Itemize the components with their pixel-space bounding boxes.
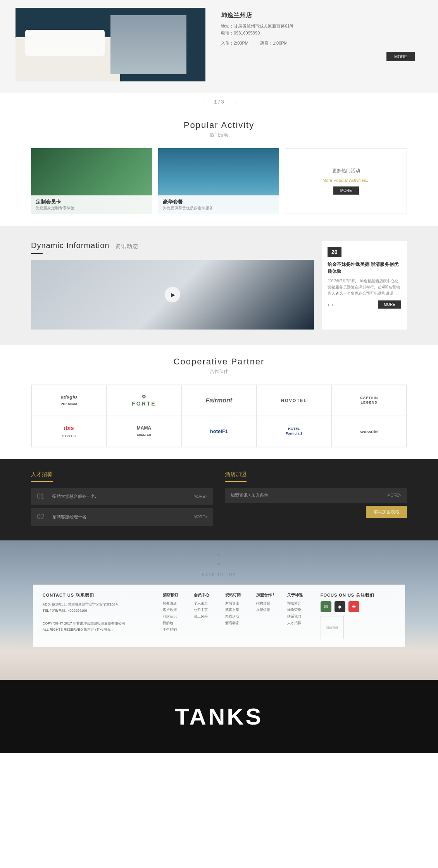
back-to-top[interactable]: ⌃⌃ BACK TO TOP <box>202 552 236 577</box>
footer-bg: ⌃⌃ BACK TO TOP CONTACT US 联系我们 ADD: 旅游地址… <box>0 540 438 680</box>
hotel-section: 坤逸兰州店 地址：甘肃省兰州市城关区新西路61号 电话：09316095999 … <box>0 0 438 93</box>
footer-link[interactable]: 坤逸荣誉 <box>287 607 312 613</box>
play-button[interactable] <box>165 287 180 302</box>
footer-nav: 酒店预订 所有酒店 客户数据 品牌意识 目的地 手中即刻 会员中心 个人主页 公… <box>163 592 313 639</box>
join-more[interactable]: MORE> <box>387 493 401 497</box>
footer-focus-title: FOCUS ON US 关注我们 <box>321 592 395 598</box>
footer-address: ADD: 旅游地址: 甘肃省兰州市安宁区安宁堂108号 TEL / 客服热线: … <box>43 601 155 633</box>
recruit-more-1[interactable]: MORE> <box>193 494 207 499</box>
activity-card-2: 豪华套餐 为您提供尊贵优质的定制服务 <box>158 148 279 214</box>
partner-title-cn: 合作伙伴 <box>31 368 407 375</box>
footer-nav-news: 资讯订阅 新闻资讯 博客文章 精彩活动 酒店动态 <box>225 592 250 639</box>
footer-nav-join: 加盟合作 / 招聘信息 加盟信息 <box>256 592 281 639</box>
news-title: 给金不妹扬坤逸美德 崇清服务创优质体验 <box>328 261 401 275</box>
recruit-col: 人才招募 01 招聘大堂总台服务一名. MORE> 02 招聘客服经理一名. M… <box>31 471 213 529</box>
news-more-button[interactable]: MORE <box>378 300 401 309</box>
pagination: ← 1 / 3 → <box>0 93 438 109</box>
hotel-more-button[interactable]: MORE <box>386 52 415 61</box>
dynamic-right: 20 给金不妹扬坤逸美德 崇清服务创优质体验 2017年7月7日讯，坤逸精品酒店… <box>322 241 407 330</box>
footer-contact: CONTACT US 联系我们 ADD: 旅游地址: 甘肃省兰州市安宁区安宁堂1… <box>43 592 155 639</box>
partner-forte: ✿ FORTE <box>107 385 182 416</box>
qr-code: 扫描登录 <box>321 616 344 639</box>
news-prev[interactable]: ‹ <box>328 301 329 308</box>
footer-link[interactable]: 新闻资讯 <box>225 600 250 607</box>
footer-link[interactable]: 坤逸简介 <box>287 600 312 607</box>
footer-link[interactable]: 员工风采 <box>194 613 219 620</box>
footer-link[interactable]: 加盟信息 <box>256 607 281 613</box>
activity-more-link[interactable]: More Popular Activities... <box>322 178 369 183</box>
partner-legend: CAPTAINLEGEND <box>331 385 407 416</box>
title-underline <box>31 253 43 254</box>
recruit-more-2[interactable]: MORE> <box>193 515 207 519</box>
join-btn-row: 填写加盟表格 <box>225 506 407 518</box>
footer-link[interactable]: 客户数据 <box>163 607 188 613</box>
recruit-section: 人才招募 01 招聘大堂总台服务一名. MORE> 02 招聘客服经理一名. M… <box>0 459 438 540</box>
activity-more-card: 更多热门活动 More Popular Activities... MORE <box>285 148 407 214</box>
footer-link[interactable]: 品牌意识 <box>163 613 188 620</box>
footer-contact-title: CONTACT US 联系我们 <box>43 592 155 598</box>
tanks-text: TANKS <box>0 703 438 730</box>
footer-nav-member: 会员中心 个人主页 公司主页 员工风采 <box>194 592 219 639</box>
dynamic-title-en: Dynamic Information 资讯动态 <box>31 241 314 250</box>
footer-nav-hotel: 酒店预订 所有酒店 客户数据 品牌意识 目的地 手中即刻 <box>163 592 188 639</box>
join-item: 加盟资讯 / 加盟条件 MORE> <box>225 488 407 503</box>
partner-ibis: ibisSTYLES <box>31 416 107 447</box>
activity-more-button[interactable]: MORE <box>333 186 359 195</box>
footer-hero: ⌃⌃ BACK TO TOP CONTACT US 联系我们 ADD: 旅游地址… <box>0 540 438 680</box>
activity-grid: 定制会员卡 为您量身定制专享体验 豪华套餐 为您提供尊贵优质的定制服务 更多热门… <box>31 148 407 214</box>
hotel-image <box>16 8 205 81</box>
tanks-section: TANKS <box>0 680 438 753</box>
footer-link[interactable]: 人才招募 <box>287 620 312 626</box>
recruit-item-1: 01 招聘大堂总台服务一名. MORE> <box>31 488 213 505</box>
back-text: BACK TO TOP <box>202 573 236 577</box>
join-action-button[interactable]: 填写加盟表格 <box>366 506 407 518</box>
footer-link[interactable]: 联系我们 <box>287 613 312 620</box>
wechat-icon[interactable]: ✉ <box>321 601 331 612</box>
partner-novotel: NOVOTEL <box>257 385 332 416</box>
footer-link[interactable]: 酒店动态 <box>225 620 250 626</box>
social-icon-3[interactable]: ❋ <box>348 601 359 612</box>
footer-link[interactable]: 精彩活动 <box>225 613 250 620</box>
join-col: 酒店加盟 加盟资讯 / 加盟条件 MORE> 填写加盟表格 <box>225 471 407 529</box>
recruit-title: 人才招募 <box>31 471 53 482</box>
activity-card-1-label: 定制会员卡 为您量身定制专享体验 <box>31 195 152 214</box>
partner-title: Cooperative Partner 合作伙伴 <box>31 357 407 375</box>
partner-hotel1: hotelF1 <box>181 416 257 447</box>
activity-title-cn: 热门活动 <box>31 132 407 138</box>
back-arrow-icon: ⌃⌃ <box>216 552 222 571</box>
prev-arrow[interactable]: ← <box>201 99 206 105</box>
footer-link[interactable]: 公司主页 <box>194 607 219 613</box>
dynamic-inner: Dynamic Information 资讯动态 20 给金不妹扬坤逸美德 崇清… <box>31 241 407 330</box>
activity-card-1: 定制会员卡 为您量身定制专享体验 <box>31 148 152 214</box>
activity-card-2-label: 豪华套餐 为您提供尊贵优质的定制服务 <box>158 195 279 214</box>
partner-mama: MAMASHELTER <box>107 416 182 447</box>
news-content: 2017年7月7日讯，坤逸精品酒店庆中心总营销服务总游验在深圳举行。超400名营… <box>328 278 401 297</box>
weibo-icon[interactable]: ◆ <box>335 601 345 612</box>
dynamic-section: Dynamic Information 资讯动态 20 给金不妹扬坤逸美德 崇清… <box>0 226 438 345</box>
footer-link[interactable]: 博客文章 <box>225 607 250 613</box>
join-title: 酒店加盟 <box>225 471 247 482</box>
dynamic-left: Dynamic Information 资讯动态 <box>31 241 314 330</box>
dynamic-video[interactable] <box>31 260 314 330</box>
footer-link[interactable]: 个人主页 <box>194 600 219 607</box>
hotel-name: 坤逸兰州店 <box>221 12 415 20</box>
partner-fairmont: Fairmont <box>181 385 257 416</box>
partner-adagio: adagioPREMIUM <box>31 385 107 416</box>
hotel-info: 坤逸兰州店 地址：甘肃省兰州市城关区新西路61号 电话：09316095999 … <box>213 8 422 65</box>
activity-section: Popular Activity 热门活动 定制会员卡 为您量身定制专享体验 豪… <box>0 109 438 226</box>
footer-nav-about: 关于坤逸 坤逸简介 坤逸荣誉 联系我们 人才招募 <box>287 592 312 639</box>
partner-swissotel: swissôtel <box>331 416 407 447</box>
footer-link[interactable]: 所有酒店 <box>163 600 188 607</box>
footer-link[interactable]: 手中即刻 <box>163 626 188 633</box>
hotel-times: 入住：2:00PM 离店：1:00PM <box>221 40 415 46</box>
footer-link[interactable]: 招聘信息 <box>256 600 281 607</box>
date-badge: 20 <box>328 247 341 257</box>
next-arrow[interactable]: → <box>232 99 237 105</box>
news-nav: ‹ › MORE <box>328 300 401 309</box>
recruit-item-2: 02 招聘客服经理一名. MORE> <box>31 508 213 526</box>
footer-link[interactable]: 目的地 <box>163 620 188 626</box>
partner-section: Cooperative Partner 合作伙伴 adagioPREMIUM ✿… <box>0 345 438 459</box>
partner-grid: adagioPREMIUM ✿ FORTE Fairmont NOVOTEL C… <box>31 385 407 447</box>
news-next[interactable]: › <box>331 301 333 308</box>
activity-title: Popular Activity 热门活动 <box>31 120 407 138</box>
